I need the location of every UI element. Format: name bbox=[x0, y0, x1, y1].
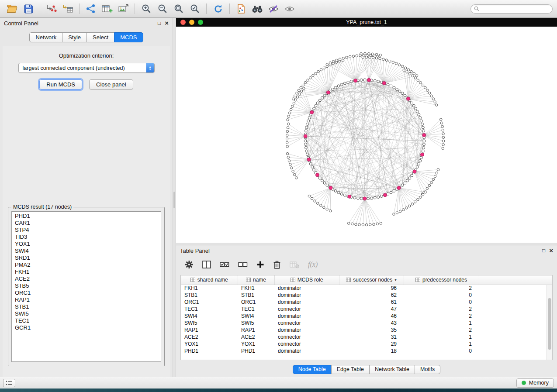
minimize-window-icon[interactable] bbox=[189, 20, 194, 25]
mcds-result-item[interactable]: STP4 bbox=[12, 227, 161, 234]
table-row[interactable]: PHD1PHD1dominator180 bbox=[181, 347, 552, 354]
delete-column-button[interactable] bbox=[273, 260, 281, 269]
mcds-result-item[interactable]: TID3 bbox=[12, 234, 161, 241]
deselect-all-button[interactable] bbox=[238, 261, 248, 268]
cell-filler bbox=[479, 306, 552, 313]
column-header-shared-name[interactable]: shared name bbox=[181, 275, 238, 285]
close-panel-icon[interactable]: × bbox=[165, 21, 169, 26]
export-image-button[interactable] bbox=[115, 2, 131, 15]
mcds-result-item[interactable]: STB1 bbox=[12, 303, 161, 310]
mcds-result-item[interactable]: ACE2 bbox=[12, 275, 161, 282]
tab-edge-table[interactable]: Edge Table bbox=[331, 365, 370, 374]
network-canvas[interactable] bbox=[176, 27, 557, 243]
table-scrollbar[interactable] bbox=[547, 285, 552, 360]
column-header-name[interactable]: name bbox=[238, 275, 274, 285]
zoom-fit-button[interactable] bbox=[171, 2, 187, 15]
mcds-result-item[interactable]: RAP1 bbox=[12, 296, 161, 303]
table-row[interactable]: STB1STB1dominator620 bbox=[181, 292, 552, 299]
optimization-criterion-select[interactable]: largest connected component (undirected)… bbox=[18, 63, 155, 73]
cell-filler bbox=[479, 320, 552, 327]
tab-node-table[interactable]: Node Table bbox=[293, 365, 332, 374]
cell-shared_name: SWI5 bbox=[181, 320, 238, 327]
tab-select[interactable]: Select bbox=[86, 32, 114, 42]
hide-selected-button[interactable] bbox=[266, 2, 281, 15]
tab-network-table[interactable]: Network Table bbox=[369, 365, 415, 374]
table-row[interactable]: ACE2ACE2connector311 bbox=[181, 334, 552, 340]
mcds-result-item[interactable]: SWI5 bbox=[12, 310, 161, 317]
cell-name: RAP1 bbox=[238, 327, 274, 334]
export-network-button[interactable] bbox=[233, 2, 249, 15]
cell-predecessor_nodes: 2 bbox=[404, 327, 479, 334]
mcds-result-item[interactable]: STB5 bbox=[12, 282, 161, 289]
save-session-button[interactable] bbox=[21, 2, 36, 15]
column-header-MCDS-role[interactable]: MCDS role bbox=[274, 275, 339, 285]
close-window-icon[interactable] bbox=[180, 20, 186, 25]
tab-motifs[interactable]: Motifs bbox=[415, 365, 440, 374]
mcds-result-item[interactable]: SRD1 bbox=[12, 254, 161, 261]
table-scrollbar-thumb[interactable] bbox=[548, 298, 551, 350]
zoom-selected-button[interactable] bbox=[187, 2, 203, 15]
table-row[interactable]: RAP1RAP1dominator352 bbox=[181, 327, 552, 334]
close-table-panel-icon[interactable]: × bbox=[549, 248, 553, 253]
toolbar-separator bbox=[135, 3, 135, 14]
zoom-selected-icon bbox=[190, 4, 200, 14]
table-row[interactable]: SWI5SWI5connector431 bbox=[181, 320, 552, 327]
splitter-handle[interactable] bbox=[173, 192, 175, 208]
vertical-splitter[interactable] bbox=[173, 18, 176, 377]
refresh-layout-button[interactable] bbox=[210, 2, 226, 15]
import-network-button[interactable] bbox=[44, 2, 59, 15]
table-row[interactable]: FKH1FKH1dominator962 bbox=[181, 285, 552, 292]
maximize-window-icon[interactable] bbox=[198, 20, 203, 25]
new-network-button[interactable] bbox=[83, 2, 99, 15]
cell-mcds_role: dominator bbox=[274, 292, 339, 299]
mcds-result-item[interactable]: PHD1 bbox=[12, 213, 161, 220]
cell-filler bbox=[479, 347, 552, 354]
find-button[interactable] bbox=[249, 2, 265, 15]
list-icon bbox=[6, 380, 13, 385]
run-mcds-button[interactable]: Run MCDS bbox=[39, 79, 82, 89]
cell-name: SWI4 bbox=[238, 313, 274, 320]
cell-successor_nodes: 46 bbox=[339, 313, 404, 320]
float-table-panel-icon[interactable]: □ bbox=[542, 248, 545, 253]
column-header-successor-nodes[interactable]: successor nodes▾ bbox=[339, 275, 404, 285]
status-bar: Memory bbox=[0, 377, 557, 389]
mcds-result-item[interactable]: ORC1 bbox=[12, 289, 161, 296]
show-columns-button[interactable] bbox=[202, 261, 211, 268]
zoom-out-button[interactable] bbox=[155, 2, 170, 15]
mcds-result-item[interactable]: YOX1 bbox=[12, 241, 161, 248]
tab-network[interactable]: Network bbox=[29, 32, 62, 42]
mcds-result-list[interactable]: PHD1CAR1STP4TID3YOX1SWI4SRD1PMA2FKH1ACE2… bbox=[11, 211, 161, 362]
control-panel-tabbar: NetworkStyleSelectMCDS bbox=[0, 28, 173, 45]
table-row[interactable]: ORC1ORC1dominator610 bbox=[181, 299, 552, 306]
mcds-result-item[interactable]: PMA2 bbox=[12, 261, 161, 268]
mcds-result-item[interactable]: GCR1 bbox=[12, 324, 161, 331]
tab-style[interactable]: Style bbox=[62, 32, 87, 42]
cell-successor_nodes: 35 bbox=[339, 327, 404, 334]
mcds-result-item[interactable]: CAR1 bbox=[12, 220, 161, 227]
new-table-button[interactable] bbox=[99, 2, 115, 15]
zoom-in-button[interactable] bbox=[138, 2, 154, 15]
show-panels-button[interactable] bbox=[3, 379, 15, 387]
tab-mcds[interactable]: MCDS bbox=[114, 32, 143, 42]
mcds-result-item[interactable]: SWI4 bbox=[12, 248, 161, 254]
show-all-button[interactable] bbox=[282, 2, 298, 15]
table-settings-button[interactable] bbox=[185, 260, 194, 269]
table-row[interactable]: SWI4SWI4dominator462 bbox=[181, 313, 552, 320]
select-all-button[interactable] bbox=[220, 261, 229, 268]
column-header-predecessor-nodes[interactable]: predecessor nodes bbox=[404, 275, 479, 285]
open-file-button[interactable] bbox=[4, 2, 20, 15]
memory-button[interactable]: Memory bbox=[516, 378, 554, 388]
search-input[interactable] bbox=[481, 5, 549, 12]
cell-name: YOX1 bbox=[238, 340, 274, 347]
table-row[interactable]: TEC1TEC1connector472 bbox=[181, 306, 552, 313]
close-panel-button[interactable]: Close panel bbox=[89, 79, 133, 89]
node-table-body: FKH1FKH1dominator962STB1STB1dominator620… bbox=[181, 285, 552, 354]
add-column-button[interactable] bbox=[256, 261, 264, 268]
float-panel-icon[interactable]: □ bbox=[158, 21, 161, 26]
table-row[interactable]: YOX1YOX1connector291 bbox=[181, 340, 552, 347]
search-field[interactable] bbox=[471, 4, 553, 14]
toolbar-separator bbox=[79, 3, 80, 14]
import-table-button[interactable] bbox=[60, 2, 76, 15]
mcds-result-item[interactable]: FKH1 bbox=[12, 268, 161, 275]
mcds-result-item[interactable]: TEC1 bbox=[12, 317, 161, 324]
